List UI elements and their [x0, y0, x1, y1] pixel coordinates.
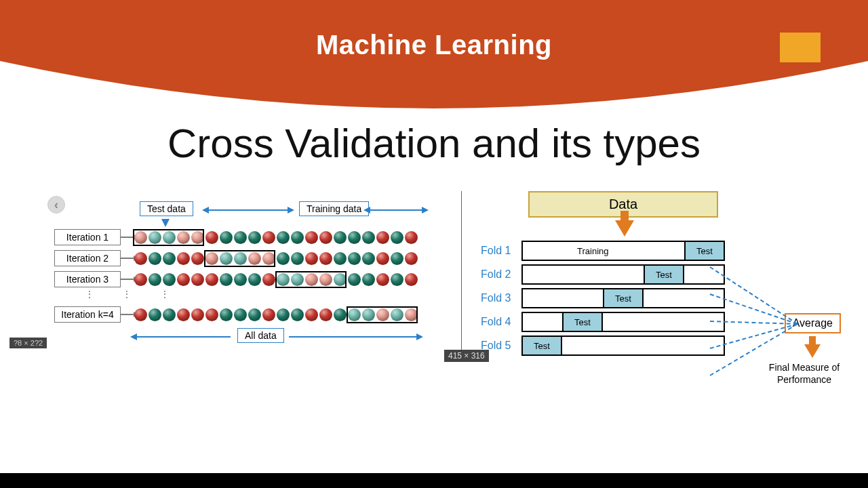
connector-arrow-icon — [121, 258, 134, 259]
fold-bar: Test — [521, 312, 725, 332]
harrow-icon — [289, 336, 418, 338]
bead-green — [362, 231, 375, 244]
bead-green — [291, 231, 304, 244]
bead-green — [291, 252, 304, 265]
connector-arrow-icon — [121, 314, 134, 315]
bead-red — [319, 231, 332, 244]
bead-green — [220, 231, 233, 244]
bead-red — [376, 273, 389, 286]
bead-red — [134, 308, 147, 321]
harrow-icon — [136, 336, 231, 338]
bead-green — [391, 273, 403, 286]
dimension-tag: ?8 × 2?2 — [9, 338, 47, 348]
bead-green — [277, 308, 290, 321]
bead-red — [376, 231, 389, 244]
bead-green — [149, 273, 161, 286]
bead-red — [305, 308, 318, 321]
bead-green — [277, 252, 290, 265]
test-selection-box — [133, 229, 204, 246]
bead-red — [305, 231, 318, 244]
fold-label: Fold 2 — [481, 268, 521, 281]
bead-green — [334, 308, 347, 321]
close-icon[interactable]: ‹ — [47, 196, 65, 214]
fold-row: Fold 2Test — [481, 264, 861, 285]
kfold-bars-diagram: Data Fold 1TrainingTestFold 2TestFold 3T… — [461, 191, 861, 359]
bead-red — [191, 308, 204, 321]
bead-red — [262, 308, 275, 321]
bead-green — [149, 252, 161, 265]
bead-green — [348, 252, 361, 265]
fold-label: Fold 4 — [481, 316, 521, 328]
fold-label: Fold 3 — [481, 292, 521, 304]
bead-red — [134, 252, 147, 265]
all-data-label: All data — [237, 328, 284, 343]
slide-subtitle: Cross Validation and its types — [0, 120, 868, 167]
iteration-row: Iteration 1 — [54, 229, 441, 245]
bead-red — [177, 308, 190, 321]
bead-strip — [134, 252, 418, 265]
fold-bar: TrainingTest — [521, 241, 725, 261]
bead-green — [391, 252, 403, 265]
bead-green — [220, 308, 233, 321]
final-measure-label: Final Measure of Performance — [757, 362, 852, 386]
bead-red — [262, 273, 275, 286]
bead-green — [220, 273, 233, 286]
bead-red — [134, 273, 147, 286]
iteration-row: Iteration 3 — [54, 271, 441, 287]
bead-green — [391, 231, 403, 244]
arrow-down-icon — [615, 220, 634, 237]
bead-green — [277, 231, 290, 244]
bead-red — [205, 273, 218, 286]
iteration-label: Iteration 3 — [54, 271, 121, 287]
iteration-label: Iteration k=4 — [54, 306, 121, 323]
bead-red — [191, 252, 204, 265]
training-data-label: Training data — [299, 201, 369, 216]
fold-bar: Test — [521, 288, 725, 308]
bead-red — [319, 308, 332, 321]
bead-red — [376, 252, 389, 265]
bead-green — [348, 231, 361, 244]
iteration-label: Iteration 2 — [54, 250, 121, 266]
bead-green — [334, 231, 347, 244]
harrow-icon — [369, 209, 423, 211]
bead-red — [177, 252, 190, 265]
iteration-label: Iteration 1 — [54, 229, 121, 245]
dimension-tag: 415 × 316 — [444, 350, 489, 362]
training-segment-label: Training — [577, 246, 608, 256]
test-segment: Test — [603, 288, 644, 308]
bead-strip — [134, 273, 418, 286]
bead-green — [234, 231, 247, 244]
bead-red — [205, 231, 218, 244]
test-selection-box — [347, 306, 418, 323]
fold-row: Fold 1TrainingTest — [481, 241, 861, 261]
accent-chip — [780, 33, 821, 62]
bead-green — [234, 273, 247, 286]
slide-header-title: Machine Learning — [0, 30, 868, 60]
arrow-down-icon — [161, 219, 170, 227]
iteration-row: Iteration k=4 — [54, 306, 441, 323]
kfold-beads-diagram: ‹ Test data Training data Iteration 1Ite… — [54, 201, 441, 350]
bead-red — [191, 273, 204, 286]
bead-red — [262, 231, 275, 244]
fold-bar: Test — [521, 264, 725, 285]
fold-row: Fold 3Test — [481, 288, 861, 308]
bead-green — [234, 308, 247, 321]
bead-red — [405, 273, 418, 286]
iteration-row: Iteration 2 — [54, 250, 441, 266]
bead-red — [405, 231, 418, 244]
bead-green — [348, 273, 361, 286]
bead-green — [291, 308, 304, 321]
arrow-down-icon — [804, 344, 821, 358]
bead-green — [248, 308, 261, 321]
vertical-dots-icon: ⋮ ⋮ ⋮ — [85, 292, 441, 302]
bead-green — [362, 252, 375, 265]
bead-strip — [134, 308, 418, 321]
bead-green — [334, 252, 347, 265]
bead-green — [248, 231, 261, 244]
bead-red — [405, 252, 418, 265]
test-segment: Test — [684, 241, 725, 261]
fold-label: Fold 1 — [481, 245, 521, 257]
banner: Machine Learning — [0, 15, 868, 130]
bead-strip — [134, 231, 418, 244]
bead-green — [248, 273, 261, 286]
